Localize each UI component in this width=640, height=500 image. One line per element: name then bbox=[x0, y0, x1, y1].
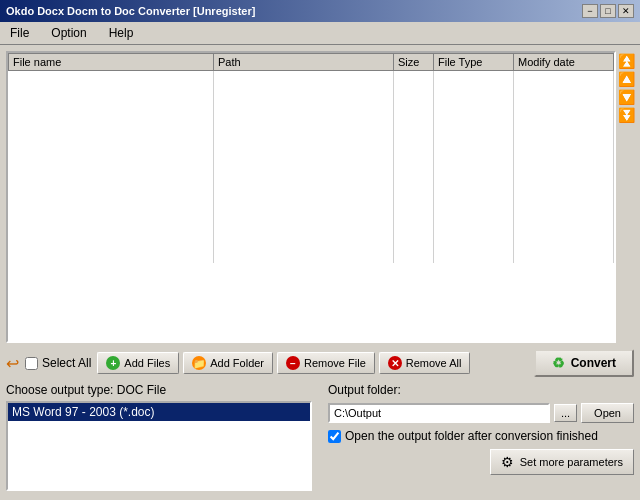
open-folder-button[interactable]: Open bbox=[581, 403, 634, 423]
folder-row: ... Open bbox=[328, 403, 634, 423]
col-filetype: File Type bbox=[434, 54, 514, 71]
output-type-list[interactable]: MS Word 97 - 2003 (*.doc) bbox=[6, 401, 312, 491]
table-row bbox=[9, 199, 614, 215]
toolbar: ↩ Select All + Add Files 📁 Add Folder − … bbox=[6, 349, 634, 377]
remove-file-label: Remove File bbox=[304, 357, 366, 369]
open-after-label: Open the output folder after conversion … bbox=[345, 429, 598, 443]
close-button[interactable]: ✕ bbox=[618, 4, 634, 18]
add-folder-label: Add Folder bbox=[210, 357, 264, 369]
add-folder-icon: 📁 bbox=[192, 356, 206, 370]
set-params-label: Set more parameters bbox=[520, 456, 623, 468]
output-folder-section: Output folder: ... Open Open the output … bbox=[328, 383, 634, 475]
output-folder-label: Output folder: bbox=[328, 383, 634, 397]
scroll-bottom-button[interactable]: ⏬ bbox=[618, 107, 634, 123]
list-item[interactable] bbox=[8, 433, 310, 437]
add-files-label: Add Files bbox=[124, 357, 170, 369]
browse-button[interactable]: ... bbox=[554, 404, 577, 422]
remove-file-icon: − bbox=[286, 356, 300, 370]
select-all-text: Select All bbox=[42, 356, 91, 370]
table-row bbox=[9, 167, 614, 183]
select-all-label[interactable]: Select All bbox=[25, 356, 91, 370]
menu-file[interactable]: File bbox=[4, 24, 35, 42]
file-table-wrapper: File name Path Size File Type Modify dat… bbox=[6, 51, 616, 343]
set-params-button[interactable]: ⚙ Set more parameters bbox=[490, 449, 634, 475]
title-text: Okdo Docx Docm to Doc Converter [Unregis… bbox=[6, 5, 255, 17]
convert-label: Convert bbox=[571, 356, 616, 370]
output-type-label: Choose output type: DOC File bbox=[6, 383, 312, 397]
maximize-button[interactable]: □ bbox=[600, 4, 616, 18]
table-row bbox=[9, 103, 614, 119]
output-folder-input[interactable] bbox=[328, 403, 550, 423]
col-filename: File name bbox=[9, 54, 214, 71]
menu-option[interactable]: Option bbox=[45, 24, 92, 42]
window-controls: − □ ✕ bbox=[582, 4, 634, 18]
menu-help[interactable]: Help bbox=[103, 24, 140, 42]
action-buttons: + Add Files 📁 Add Folder − Remove File ✕… bbox=[97, 352, 527, 374]
table-row bbox=[9, 183, 614, 199]
col-size: Size bbox=[394, 54, 434, 71]
open-after-checkbox-row: Open the output folder after conversion … bbox=[328, 429, 634, 443]
col-path: Path bbox=[214, 54, 394, 71]
scroll-buttons: ⏫ 🔼 🔽 ⏬ bbox=[618, 51, 634, 343]
table-row bbox=[9, 119, 614, 135]
table-row bbox=[9, 215, 614, 231]
output-type-section: Choose output type: DOC File MS Word 97 … bbox=[6, 383, 312, 491]
convert-icon: ♻ bbox=[552, 355, 565, 371]
scroll-down-button[interactable]: 🔽 bbox=[618, 89, 634, 105]
table-row bbox=[9, 247, 614, 263]
gear-icon: ⚙ bbox=[501, 454, 514, 470]
file-table: File name Path Size File Type Modify dat… bbox=[8, 53, 614, 263]
table-row bbox=[9, 135, 614, 151]
scroll-top-button[interactable]: ⏫ bbox=[618, 53, 634, 69]
bottom-section: Choose output type: DOC File MS Word 97 … bbox=[6, 383, 634, 491]
table-row bbox=[9, 151, 614, 167]
minimize-button[interactable]: − bbox=[582, 4, 598, 18]
select-all-checkbox[interactable] bbox=[25, 357, 38, 370]
title-bar: Okdo Docx Docm to Doc Converter [Unregis… bbox=[0, 0, 640, 22]
add-folder-button[interactable]: 📁 Add Folder bbox=[183, 352, 273, 374]
remove-file-button[interactable]: − Remove File bbox=[277, 352, 375, 374]
convert-button[interactable]: ♻ Convert bbox=[534, 349, 634, 377]
back-button[interactable]: ↩ bbox=[6, 354, 19, 373]
remove-all-button[interactable]: ✕ Remove All bbox=[379, 352, 471, 374]
open-after-checkbox[interactable] bbox=[328, 430, 341, 443]
menu-bar: File Option Help bbox=[0, 22, 640, 45]
remove-all-label: Remove All bbox=[406, 357, 462, 369]
table-row bbox=[9, 231, 614, 247]
table-row bbox=[9, 71, 614, 87]
add-files-icon: + bbox=[106, 356, 120, 370]
list-item[interactable]: MS Word 97 - 2003 (*.doc) bbox=[8, 403, 310, 421]
table-row bbox=[9, 87, 614, 103]
scroll-up-button[interactable]: 🔼 bbox=[618, 71, 634, 87]
remove-all-icon: ✕ bbox=[388, 356, 402, 370]
add-files-button[interactable]: + Add Files bbox=[97, 352, 179, 374]
col-modifydate: Modify date bbox=[514, 54, 614, 71]
